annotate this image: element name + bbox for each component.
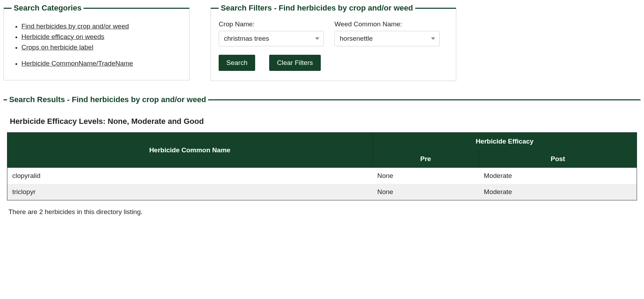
category-link-crops-on-label[interactable]: Crops on herbicide label [21,44,93,51]
search-categories-list: Find herbicides by crop and/or weed Herb… [12,22,181,67]
cell-post: Moderate [479,168,637,184]
cell-pre: None [372,168,479,184]
search-categories-legend: Search Categories [12,4,84,13]
col-header-post: Post [479,150,637,168]
search-categories-panel: Search Categories Find herbicides by cro… [4,4,190,80]
efficacy-levels-heading: Herbicide Efficacy Levels: None, Moderat… [10,117,637,126]
search-results-legend: Search Results - Find herbicides by crop… [7,95,208,104]
cell-herbicide-name: triclopyr [7,184,373,200]
category-link-common-trade-name[interactable]: Herbicide CommonName/TradeName [21,60,133,67]
col-header-efficacy-group: Herbicide Efficacy [372,133,637,151]
category-link-find-herbicides[interactable]: Find herbicides by crop and/or weed [21,22,129,30]
crop-name-select[interactable]: christmas trees [219,31,324,46]
clear-filters-button[interactable]: Clear Filters [269,55,320,71]
col-header-name: Herbicide Common Name [7,133,373,168]
search-filters-legend: Search Filters - Find herbicides by crop… [219,4,415,13]
dropdown-icon [431,38,435,40]
crop-name-label: Crop Name: [219,20,324,28]
search-filters-panel: Search Filters - Find herbicides by crop… [211,4,456,81]
weed-name-value: horsenettle [340,35,373,42]
table-row: clopyralid None Moderate [7,168,637,184]
search-button[interactable]: Search [219,55,255,71]
cell-pre: None [372,184,479,200]
results-count-note: There are 2 herbicides in this directory… [8,208,637,216]
dropdown-icon [315,38,319,40]
col-header-pre: Pre [372,150,479,168]
category-link-efficacy[interactable]: Herbicide efficacy on weeds [21,33,104,40]
table-row: triclopyr None Moderate [7,184,637,200]
weed-name-label: Weed Common Name: [334,20,440,28]
search-results-panel: Search Results - Find herbicides by crop… [4,95,640,226]
weed-name-select[interactable]: horsenettle [334,31,440,46]
cell-herbicide-name: clopyralid [7,168,373,184]
crop-name-value: christmas trees [224,35,269,42]
cell-post: Moderate [479,184,637,200]
results-table: Herbicide Common Name Herbicide Efficacy… [7,132,637,200]
